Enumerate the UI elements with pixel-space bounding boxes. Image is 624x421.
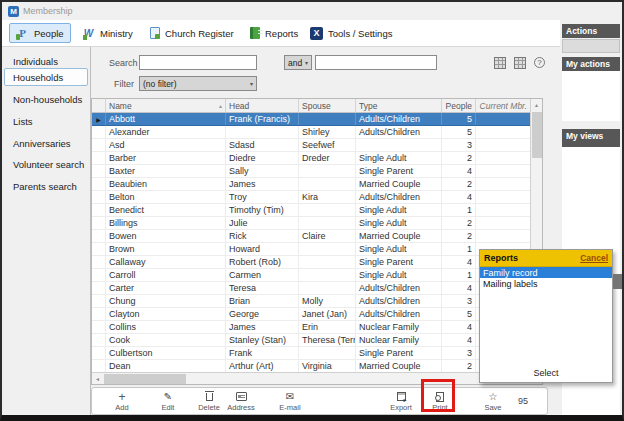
report-item-mailing-labels[interactable]: Mailing labels (480, 278, 612, 289)
table-row[interactable]: BrownHowardSingle Adult1 (92, 243, 531, 256)
table-row[interactable]: AlexanderShirleyAdults/Children5 (92, 126, 531, 139)
cell-spouse: Virginia (299, 360, 356, 372)
save-button[interactable]: ☆Save (476, 390, 510, 413)
column-header-name[interactable]: Name▴ (106, 99, 226, 112)
table-row[interactable]: ClaytonGeorgeJanet (Jan)Adults/Children5 (92, 308, 531, 321)
table-row[interactable]: AsdSdasdSeefwef3 (92, 139, 531, 152)
cell-type: Single Adult (356, 204, 442, 216)
row-selector-cell (92, 256, 106, 268)
tab-label: People (34, 28, 64, 39)
sidebar-item-households[interactable]: Households (4, 68, 88, 86)
scroll-up-icon[interactable]: ▲ (531, 99, 542, 110)
column-header-type[interactable]: Type (356, 99, 442, 112)
cell-name: Carroll (106, 269, 226, 281)
chevron-down-icon: ▾ (250, 80, 253, 87)
grid-layout-icon[interactable] (514, 57, 526, 69)
toolbar-button-label: Add (115, 403, 128, 412)
table-row[interactable]: BeaubienJamesMarried Couple2 (92, 178, 531, 191)
table-row[interactable]: BeltonTroyKiraAdults/Children4 (92, 191, 531, 204)
search-input-1[interactable] (139, 55, 257, 70)
actions-header: Actions (562, 24, 620, 38)
table-row[interactable]: CollinsJamesErinNuclear Family4 (92, 321, 531, 334)
bottom-toolbar: 95 +Add✎EditDeleteAddress✉E-mailExportPr… (91, 387, 548, 415)
row-selector-cell (92, 360, 106, 372)
main-tab-strip: PPeopleWMinistryChurch RegisterReportsXT… (2, 20, 560, 47)
tab-people[interactable]: PPeople (9, 23, 71, 43)
cell-type: Adults/Children (356, 282, 442, 294)
cancel-link[interactable]: Cancel (580, 253, 608, 263)
search-operator-select[interactable]: and ▾ (284, 55, 312, 70)
table-row[interactable]: CallawayRobert (Rob)Single Parent4 (92, 256, 531, 269)
table-row[interactable]: BaxterSallySingle Parent4 (92, 165, 531, 178)
vertical-scroll-thumb[interactable] (532, 112, 542, 158)
table-row[interactable]: CulbertsonFrankSingle Parent3 (92, 347, 531, 360)
scroll-left-icon[interactable]: ◄ (92, 373, 103, 384)
column-header-spouse[interactable]: Spouse (299, 99, 356, 112)
households-table: Name▴HeadSpouseTypePeopleCurrent Mbr. ▶A… (91, 98, 543, 385)
table-row[interactable]: ChungBrianMollyAdults/Children3 (92, 295, 531, 308)
address-button[interactable]: Address (224, 390, 258, 413)
tab-ministry[interactable]: WMinistry (75, 23, 140, 43)
tab-tools-settings[interactable]: XTools / Settings (303, 23, 399, 43)
column-header-current-mbr[interactable]: Current Mbr. (476, 99, 531, 112)
cell-people: 2 (442, 230, 476, 242)
cell-name: Carter (106, 282, 226, 294)
horizontal-scrollbar[interactable]: ◄ ► (92, 372, 542, 384)
row-selector-cell (92, 126, 106, 138)
sidebar-item-lists[interactable]: Lists (4, 112, 88, 130)
search-input-2[interactable] (315, 55, 437, 70)
table-row[interactable]: ▶AbbottFrank (Francis)Adults/Children5 (92, 113, 531, 126)
column-header-head[interactable]: Head (226, 99, 299, 112)
row-selector-cell (92, 295, 106, 307)
table-body: ▶AbbottFrank (Francis)Adults/Children5Al… (92, 113, 531, 373)
toolbar-button-label: Export (390, 403, 412, 412)
horizontal-scroll-thumb[interactable] (104, 374, 186, 384)
table-row[interactable]: BowenRickClaireMarried Couple2 (92, 230, 531, 243)
cell-head: Timothy (Tim) (226, 204, 299, 216)
table-row[interactable]: CarrollCarmenSingle Adult1 (92, 269, 531, 282)
delete-button[interactable]: Delete (192, 390, 226, 413)
toolbar-button-label: Delete (198, 403, 220, 412)
cell-head: George (226, 308, 299, 320)
tab-reports[interactable]: Reports (243, 23, 305, 43)
cell-head: Diedre (226, 152, 299, 164)
edit-button[interactable]: ✎Edit (151, 390, 185, 413)
row-selector-cell (92, 334, 106, 346)
search-label: Search (109, 58, 138, 68)
grid-view-icon[interactable] (494, 57, 506, 69)
row-selector-cell: ▶ (92, 113, 106, 125)
tab-label: Tools / Settings (328, 28, 392, 39)
report-item-family-record[interactable]: Family record (480, 267, 612, 278)
cell-people: 4 (442, 321, 476, 333)
select-button[interactable]: Select (480, 368, 612, 378)
sidebar-item-volunteer-search[interactable]: Volunteer search (4, 155, 88, 173)
cell-head: James (226, 321, 299, 333)
table-row[interactable]: BillingsJulieSingle Adult2 (92, 217, 531, 230)
my-actions-list[interactable] (562, 71, 620, 121)
popup-handle[interactable] (613, 274, 624, 289)
table-row[interactable]: CarterTeresaAdults/Children4 (92, 282, 531, 295)
row-selector-cell (92, 282, 106, 294)
cell-current-mbr (476, 178, 531, 190)
cell-head: Frank (Francis) (226, 113, 299, 125)
sidebar-item-parents-search[interactable]: Parents search (4, 177, 88, 195)
tab-church-register[interactable]: Church Register (143, 23, 241, 43)
sidebar-item-anniversaries[interactable]: Anniversaries (4, 134, 88, 152)
cell-type: Nuclear Family (356, 321, 442, 333)
sort-ascending-icon: ▴ (219, 102, 222, 109)
help-icon[interactable]: ? (534, 57, 545, 68)
export-button[interactable]: Export (384, 390, 418, 413)
table-row[interactable]: BenedictTimothy (Tim)Single Adult1 (92, 204, 531, 217)
table-row[interactable]: BarberDiedreDrederSingle Adult2 (92, 152, 531, 165)
cell-current-mbr (476, 217, 531, 229)
save-icon-wrap: ☆ (489, 391, 498, 402)
filter-select[interactable]: (no filter) ▾ (139, 76, 257, 91)
add-button[interactable]: +Add (105, 390, 139, 413)
sidebar-item-non-households[interactable]: Non-households (4, 90, 88, 108)
column-header-people[interactable]: People (442, 99, 476, 112)
cell-people: 2 (442, 152, 476, 164)
membership-window: M Membership PPeopleWMinistryChurch Regi… (0, 0, 624, 421)
table-row[interactable]: CookStanley (Stan)Theresa (Terri)Nuclear… (92, 334, 531, 347)
cell-people: 4 (442, 191, 476, 203)
e-mail-button[interactable]: ✉E-mail (273, 390, 307, 413)
